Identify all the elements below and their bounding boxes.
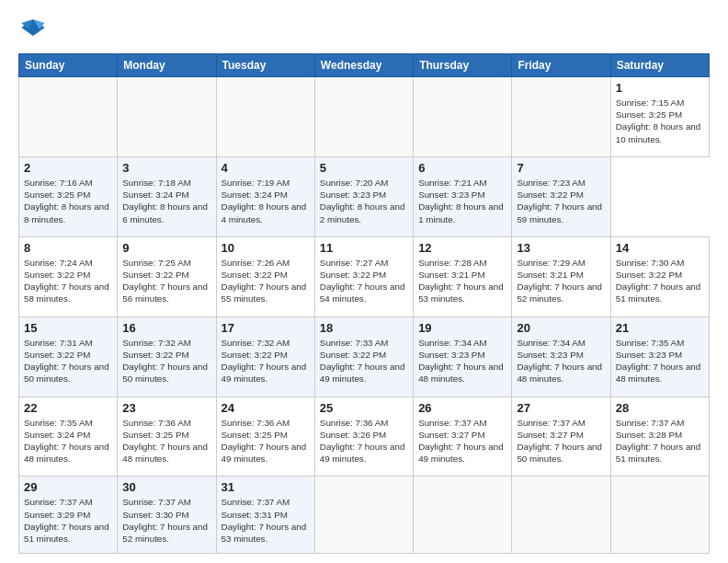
day-info: Sunrise: 7:29 AMSunset: 3:21 PMDaylight:… <box>517 257 605 305</box>
day-cell-6: 6Sunrise: 7:21 AMSunset: 3:23 PMDaylight… <box>414 156 512 236</box>
logo <box>18 15 46 44</box>
svg-marker-0 <box>21 19 44 36</box>
day-cell-14: 14Sunrise: 7:30 AMSunset: 3:22 PMDayligh… <box>610 236 709 316</box>
day-number: 2 <box>24 161 112 175</box>
day-info: Sunrise: 7:15 AMSunset: 3:25 PMDaylight:… <box>616 97 704 145</box>
calendar-week-3: 8Sunrise: 7:24 AMSunset: 3:22 PMDaylight… <box>19 236 710 316</box>
empty-cell <box>512 77 610 157</box>
day-info: Sunrise: 7:16 AMSunset: 3:25 PMDaylight:… <box>24 177 112 225</box>
day-cell-5: 5Sunrise: 7:20 AMSunset: 3:23 PMDaylight… <box>314 156 413 236</box>
day-info: Sunrise: 7:25 AMSunset: 3:22 PMDaylight:… <box>122 257 210 305</box>
day-info: Sunrise: 7:36 AMSunset: 3:26 PMDaylight:… <box>320 417 408 465</box>
day-info: Sunrise: 7:33 AMSunset: 3:22 PMDaylight:… <box>320 337 408 385</box>
day-info: Sunrise: 7:21 AMSunset: 3:23 PMDaylight:… <box>418 177 506 225</box>
day-number: 10 <box>222 241 310 255</box>
day-info: Sunrise: 7:27 AMSunset: 3:22 PMDaylight:… <box>320 257 408 305</box>
day-number: 12 <box>418 241 506 255</box>
day-info: Sunrise: 7:37 AMSunset: 3:31 PMDaylight:… <box>222 496 310 545</box>
day-number: 13 <box>517 241 605 255</box>
calendar-table: SundayMondayTuesdayWednesdayThursdayFrid… <box>18 53 710 554</box>
day-cell-29: 29Sunrise: 7:37 AMSunset: 3:29 PMDayligh… <box>19 477 118 554</box>
empty-cell <box>216 77 314 157</box>
day-number: 6 <box>418 161 506 175</box>
calendar-week-4: 15Sunrise: 7:31 AMSunset: 3:22 PMDayligh… <box>19 316 710 396</box>
day-header-monday: Monday <box>118 54 216 77</box>
logo-icon <box>20 15 46 40</box>
day-header-wednesday: Wednesday <box>314 54 413 77</box>
day-info: Sunrise: 7:18 AMSunset: 3:24 PMDaylight:… <box>122 177 210 225</box>
day-cell-27: 27Sunrise: 7:37 AMSunset: 3:27 PMDayligh… <box>512 396 610 477</box>
day-number: 22 <box>24 401 112 415</box>
day-cell-17: 17Sunrise: 7:32 AMSunset: 3:22 PMDayligh… <box>216 316 314 396</box>
empty-cell <box>414 77 512 157</box>
day-cell-2: 2Sunrise: 7:16 AMSunset: 3:25 PMDaylight… <box>19 156 118 236</box>
day-info: Sunrise: 7:20 AMSunset: 3:23 PMDaylight:… <box>320 177 408 225</box>
day-info: Sunrise: 7:37 AMSunset: 3:27 PMDaylight:… <box>517 417 605 465</box>
day-header-tuesday: Tuesday <box>216 54 314 77</box>
day-info: Sunrise: 7:36 AMSunset: 3:25 PMDaylight:… <box>222 417 310 465</box>
day-number: 9 <box>122 241 210 255</box>
day-info: Sunrise: 7:37 AMSunset: 3:29 PMDaylight:… <box>24 496 112 545</box>
day-cell-28: 28Sunrise: 7:37 AMSunset: 3:28 PMDayligh… <box>610 396 709 477</box>
day-cell-8: 8Sunrise: 7:24 AMSunset: 3:22 PMDaylight… <box>19 236 118 316</box>
day-number: 30 <box>122 480 210 494</box>
day-cell-22: 22Sunrise: 7:35 AMSunset: 3:24 PMDayligh… <box>19 396 118 477</box>
day-number: 20 <box>517 321 605 335</box>
empty-cell <box>610 477 709 554</box>
day-cell-25: 25Sunrise: 7:36 AMSunset: 3:26 PMDayligh… <box>314 396 413 477</box>
day-info: Sunrise: 7:36 AMSunset: 3:25 PMDaylight:… <box>122 417 210 465</box>
calendar-header-row: SundayMondayTuesdayWednesdayThursdayFrid… <box>19 54 710 77</box>
day-number: 31 <box>222 480 310 494</box>
day-number: 11 <box>320 241 408 255</box>
day-header-friday: Friday <box>512 54 610 77</box>
day-number: 18 <box>320 321 408 335</box>
day-cell-3: 3Sunrise: 7:18 AMSunset: 3:24 PMDaylight… <box>118 156 216 236</box>
day-number: 14 <box>616 241 704 255</box>
day-number: 21 <box>616 321 704 335</box>
calendar-week-5: 22Sunrise: 7:35 AMSunset: 3:24 PMDayligh… <box>19 396 710 477</box>
page: SundayMondayTuesdayWednesdayThursdayFrid… <box>0 0 728 563</box>
day-cell-10: 10Sunrise: 7:26 AMSunset: 3:22 PMDayligh… <box>216 236 314 316</box>
day-cell-15: 15Sunrise: 7:31 AMSunset: 3:22 PMDayligh… <box>19 316 118 396</box>
day-number: 28 <box>616 401 704 415</box>
day-info: Sunrise: 7:35 AMSunset: 3:23 PMDaylight:… <box>616 337 704 385</box>
day-cell-11: 11Sunrise: 7:27 AMSunset: 3:22 PMDayligh… <box>314 236 413 316</box>
day-cell-9: 9Sunrise: 7:25 AMSunset: 3:22 PMDaylight… <box>118 236 216 316</box>
day-number: 7 <box>517 161 605 175</box>
day-number: 5 <box>320 161 408 175</box>
day-info: Sunrise: 7:30 AMSunset: 3:22 PMDaylight:… <box>616 257 704 305</box>
empty-cell <box>19 77 118 157</box>
day-info: Sunrise: 7:37 AMSunset: 3:28 PMDaylight:… <box>616 417 704 465</box>
day-info: Sunrise: 7:19 AMSunset: 3:24 PMDaylight:… <box>222 177 310 225</box>
empty-cell <box>118 77 216 157</box>
empty-cell <box>314 477 413 554</box>
header <box>18 15 710 44</box>
day-cell-12: 12Sunrise: 7:28 AMSunset: 3:21 PMDayligh… <box>414 236 512 316</box>
day-cell-20: 20Sunrise: 7:34 AMSunset: 3:23 PMDayligh… <box>512 316 610 396</box>
day-info: Sunrise: 7:37 AMSunset: 3:30 PMDaylight:… <box>122 496 210 545</box>
day-number: 4 <box>222 161 310 175</box>
day-info: Sunrise: 7:32 AMSunset: 3:22 PMDaylight:… <box>222 337 310 385</box>
day-number: 25 <box>320 401 408 415</box>
day-cell-13: 13Sunrise: 7:29 AMSunset: 3:21 PMDayligh… <box>512 236 610 316</box>
day-number: 24 <box>222 401 310 415</box>
calendar-week-1: 1Sunrise: 7:15 AMSunset: 3:25 PMDaylight… <box>19 77 710 157</box>
day-cell-23: 23Sunrise: 7:36 AMSunset: 3:25 PMDayligh… <box>118 396 216 477</box>
empty-cell <box>512 477 610 554</box>
day-number: 16 <box>122 321 210 335</box>
day-info: Sunrise: 7:35 AMSunset: 3:24 PMDaylight:… <box>24 417 112 465</box>
calendar-week-6: 29Sunrise: 7:37 AMSunset: 3:29 PMDayligh… <box>19 477 710 554</box>
day-info: Sunrise: 7:32 AMSunset: 3:22 PMDaylight:… <box>122 337 210 385</box>
day-cell-26: 26Sunrise: 7:37 AMSunset: 3:27 PMDayligh… <box>414 396 512 477</box>
day-number: 3 <box>122 161 210 175</box>
day-number: 29 <box>24 480 112 494</box>
day-cell-4: 4Sunrise: 7:19 AMSunset: 3:24 PMDaylight… <box>216 156 314 236</box>
day-number: 19 <box>418 321 506 335</box>
day-number: 17 <box>222 321 310 335</box>
day-number: 8 <box>24 241 112 255</box>
day-number: 23 <box>122 401 210 415</box>
day-cell-16: 16Sunrise: 7:32 AMSunset: 3:22 PMDayligh… <box>118 316 216 396</box>
empty-cell <box>414 477 512 554</box>
day-cell-21: 21Sunrise: 7:35 AMSunset: 3:23 PMDayligh… <box>610 316 709 396</box>
day-cell-1: 1Sunrise: 7:15 AMSunset: 3:25 PMDaylight… <box>610 77 709 157</box>
